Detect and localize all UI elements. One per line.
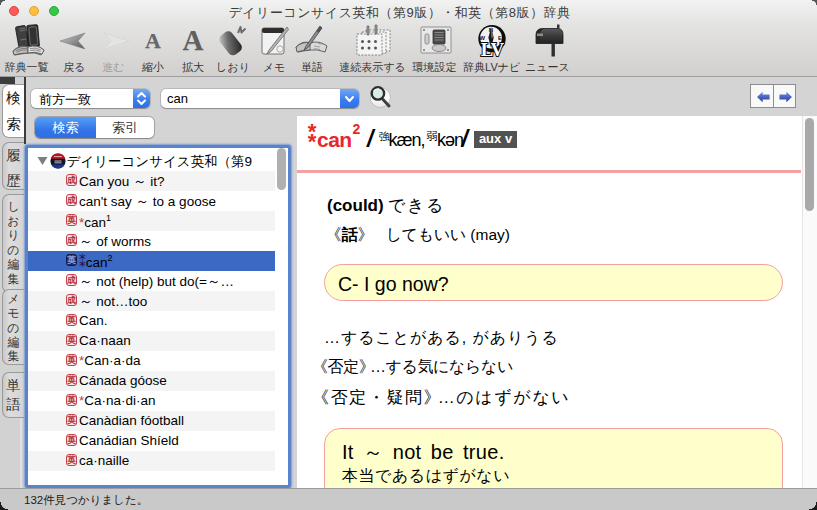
svg-text:LV: LV <box>481 39 505 58</box>
